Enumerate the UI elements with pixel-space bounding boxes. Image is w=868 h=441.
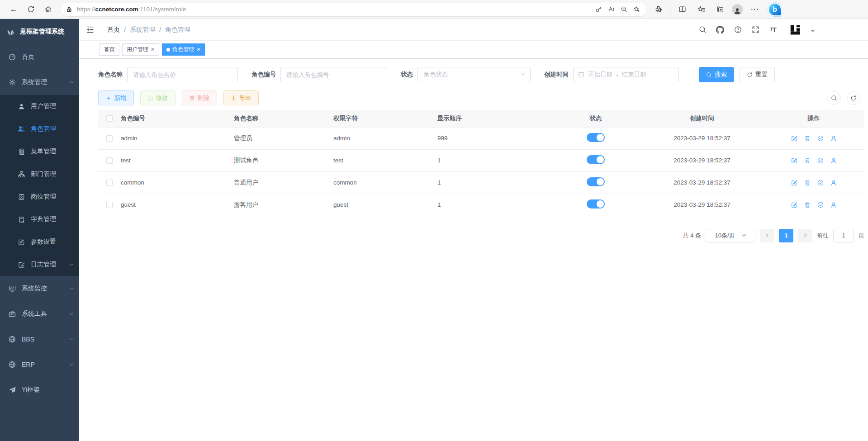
row-edit-icon[interactable] bbox=[791, 179, 797, 186]
sidebar-item-erp[interactable]: ERP bbox=[0, 352, 79, 377]
row-edit-icon[interactable] bbox=[791, 157, 797, 164]
tab-role-mgmt[interactable]: 角色管理 ✕ bbox=[162, 43, 205, 56]
role-name-input[interactable] bbox=[127, 67, 238, 82]
read-aloud-icon[interactable] bbox=[605, 4, 617, 15]
row-edit-icon[interactable] bbox=[791, 201, 797, 208]
row-delete-icon[interactable] bbox=[804, 179, 811, 186]
breadcrumb-home[interactable]: 首页 bbox=[107, 26, 120, 34]
row-checkbox[interactable] bbox=[106, 202, 113, 208]
dashboard-icon bbox=[9, 53, 16, 61]
sidebar-item-home[interactable]: 首页 bbox=[0, 44, 79, 70]
chevron-down-icon bbox=[521, 71, 526, 78]
delete-button[interactable]: 删除 bbox=[182, 90, 217, 105]
goto-page-input[interactable] bbox=[833, 229, 854, 242]
row-checkbox[interactable] bbox=[106, 135, 113, 142]
toolbox-icon bbox=[9, 310, 16, 318]
font-size-icon[interactable]: TT bbox=[768, 25, 778, 34]
breadcrumb-system[interactable]: 系统管理 bbox=[130, 26, 155, 34]
back-icon[interactable]: ← bbox=[6, 2, 21, 17]
search-button[interactable]: 搜索 bbox=[699, 67, 734, 82]
sidebar-item-dict-mgmt[interactable]: 字典管理 bbox=[0, 208, 79, 231]
sidebar-item-post-mgmt[interactable]: 岗位管理 bbox=[0, 185, 79, 208]
page-content: 角色名称 角色编号 状态 角色状态 创建时间 bbox=[79, 59, 868, 441]
page-number-1[interactable]: 1 bbox=[779, 229, 793, 242]
row-assign-user-icon[interactable] bbox=[830, 179, 837, 186]
table-row: test 测试角色 test 1 2023-03-29 18:52:37 bbox=[98, 149, 864, 171]
zoom-out-icon[interactable] bbox=[617, 4, 630, 15]
reset-button[interactable]: 重置 bbox=[740, 67, 775, 82]
prev-page-icon[interactable] bbox=[760, 229, 774, 242]
globe-icon bbox=[9, 336, 16, 343]
row-assign-user-icon[interactable] bbox=[830, 201, 837, 208]
sidebar-item-bbs[interactable]: BBS bbox=[0, 327, 79, 352]
status-select[interactable]: 角色状态 bbox=[417, 67, 531, 82]
sidebar-fold-icon[interactable] bbox=[83, 23, 97, 37]
tab-user-mgmt[interactable]: 用户管理 ✕ bbox=[122, 43, 159, 56]
show-search-icon[interactable] bbox=[827, 91, 841, 105]
sidebar-item-log-mgmt[interactable]: 日志管理 bbox=[0, 253, 79, 276]
row-assign-user-icon[interactable] bbox=[830, 157, 837, 164]
refresh-table-icon[interactable] bbox=[847, 91, 860, 105]
row-delete-icon[interactable] bbox=[804, 157, 811, 164]
row-assign-user-icon[interactable] bbox=[830, 135, 837, 142]
status-toggle[interactable] bbox=[587, 155, 605, 164]
user-logo[interactable] bbox=[789, 23, 802, 37]
sidebar-item-user-mgmt[interactable]: 用户管理 bbox=[0, 95, 79, 118]
fullscreen-icon[interactable] bbox=[751, 25, 760, 34]
table-row: guest 游客用户 guest 1 2023-03-29 18:52:37 bbox=[98, 194, 864, 216]
close-icon[interactable]: ✕ bbox=[151, 47, 155, 52]
sidebar-item-role-mgmt[interactable]: 角色管理 bbox=[0, 118, 79, 140]
address-bar[interactable]: https://ccnetcore.com:1101/system/role bbox=[61, 3, 646, 16]
row-edit-icon[interactable] bbox=[791, 135, 797, 142]
help-icon[interactable] bbox=[733, 25, 742, 34]
sidebar-item-system-monitor[interactable]: 系统监控 bbox=[0, 276, 79, 301]
gear-icon bbox=[9, 79, 16, 86]
row-checkbox[interactable] bbox=[106, 157, 113, 164]
password-key-icon[interactable] bbox=[592, 4, 605, 15]
sidebar-item-system-mgmt[interactable]: 系统管理 bbox=[0, 70, 79, 95]
search-icon[interactable] bbox=[698, 25, 707, 34]
modify-button[interactable]: 修改 bbox=[140, 90, 175, 105]
bing-chat-icon[interactable]: b bbox=[768, 3, 782, 16]
home-icon[interactable] bbox=[41, 2, 55, 17]
profile-avatar[interactable] bbox=[732, 4, 743, 15]
select-all-checkbox[interactable] bbox=[106, 115, 113, 122]
sidebar-item-system-tools[interactable]: 系统工具 bbox=[0, 301, 79, 327]
row-delete-icon[interactable] bbox=[804, 201, 811, 208]
role-code-input[interactable] bbox=[280, 67, 387, 82]
status-toggle[interactable] bbox=[587, 199, 605, 209]
github-icon[interactable] bbox=[716, 25, 725, 34]
row-data-scope-icon[interactable] bbox=[817, 179, 824, 186]
close-icon[interactable]: ✕ bbox=[196, 47, 200, 52]
page-size-select[interactable]: 10条/页 bbox=[706, 229, 755, 242]
system-mgmt-submenu: 用户管理 角色管理 菜单管理 部门管理 岗位管理 字典管理 bbox=[0, 95, 79, 276]
badge-icon bbox=[18, 193, 25, 200]
row-checkbox[interactable] bbox=[106, 180, 113, 186]
sidebar-item-param-settings[interactable]: 参数设置 bbox=[0, 231, 79, 253]
refresh-icon[interactable] bbox=[24, 2, 38, 17]
add-button[interactable]: ＋新增 bbox=[98, 90, 134, 105]
favorite-add-icon[interactable] bbox=[630, 4, 643, 15]
date-range-input[interactable]: 开始日期 - 结束日期 bbox=[573, 67, 679, 82]
chevron-down-icon bbox=[741, 233, 746, 238]
collections-icon[interactable] bbox=[713, 2, 727, 17]
next-page-icon[interactable] bbox=[798, 229, 812, 242]
extensions-icon[interactable] bbox=[651, 2, 665, 17]
sidebar-item-dept-mgmt[interactable]: 部门管理 bbox=[0, 163, 79, 185]
status-toggle[interactable] bbox=[587, 177, 605, 186]
sidebar-item-menu-mgmt[interactable]: 菜单管理 bbox=[0, 140, 79, 163]
row-delete-icon[interactable] bbox=[804, 135, 811, 142]
more-menu-icon[interactable]: ⋯ bbox=[747, 2, 762, 17]
users-icon bbox=[18, 125, 25, 133]
row-data-scope-icon[interactable] bbox=[817, 201, 824, 208]
favorites-icon[interactable] bbox=[694, 2, 708, 17]
row-data-scope-icon[interactable] bbox=[817, 157, 824, 164]
split-screen-icon[interactable] bbox=[675, 2, 689, 17]
sidebar-item-yi-framework[interactable]: Yi框架 bbox=[0, 377, 79, 403]
status-toggle[interactable] bbox=[587, 133, 605, 142]
export-button[interactable]: 导出 bbox=[223, 90, 259, 105]
row-data-scope-icon[interactable] bbox=[817, 135, 824, 142]
chevron-down-icon[interactable] bbox=[811, 30, 815, 34]
monitor-icon bbox=[9, 285, 16, 292]
tab-home[interactable]: 首页 bbox=[100, 43, 119, 56]
